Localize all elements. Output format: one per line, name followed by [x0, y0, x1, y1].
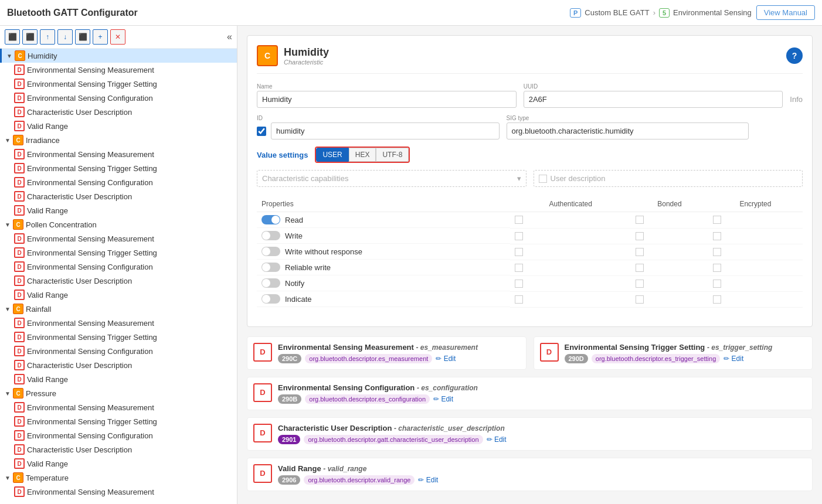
property-row: Indicate — [257, 291, 803, 307]
descriptor-edit-link[interactable]: ✏ Edit — [418, 476, 438, 484]
sidebar-item-es-trigger-2[interactable]: D Environmental Sensing Trigger Setting — [0, 161, 237, 175]
toolbar-duplicate-button[interactable]: ⬛ — [75, 29, 90, 45]
descriptor-edit-link[interactable]: ✏ Edit — [436, 355, 456, 363]
toolbar-paste-button[interactable]: ⬛ — [22, 29, 38, 45]
toolbar-delete-button[interactable]: ✕ — [110, 29, 125, 45]
property-toggle-write-without-response[interactable] — [261, 247, 280, 256]
sidebar-item-char-user-desc-5[interactable]: D Characteristic User Description — [0, 442, 237, 457]
sidebar-item-es-measurement-1[interactable]: D Environmental Sensing Measurement — [0, 63, 237, 77]
descriptor-icon: D — [14, 374, 25, 384]
utf8-format-button[interactable]: UTF-8 — [376, 148, 409, 162]
toolbar-up-button[interactable]: ↑ — [40, 29, 55, 45]
tree-toggle-pressure[interactable]: ▼ — [5, 390, 13, 397]
property-checkbox[interactable] — [515, 216, 523, 224]
sidebar-item-es-trigger-4[interactable]: D Environmental Sensing Trigger Setting — [0, 330, 237, 344]
collapse-sidebar-button[interactable]: « — [227, 32, 232, 42]
sidebar-item-valid-range-2[interactable]: D Valid Range — [0, 203, 237, 217]
tree-toggle-irradiance[interactable]: ▼ — [5, 137, 13, 144]
sidebar-item-pressure[interactable]: ▼ C Pressure — [0, 386, 237, 400]
toolbar-down-button[interactable]: ↓ — [57, 29, 73, 45]
value-format-button-group: USER HEX UTF-8 — [316, 148, 409, 162]
property-checkbox[interactable] — [713, 216, 721, 224]
capabilities-select[interactable]: Characteristic capabilities ▾ — [257, 170, 527, 187]
sidebar-item-es-trigger-1[interactable]: D Environmental Sensing Trigger Setting — [0, 77, 237, 91]
descriptor-edit-link[interactable]: ✏ Edit — [487, 435, 507, 444]
sidebar-label-char-user-desc-5: Characteristic User Description — [27, 445, 132, 454]
sidebar-item-es-config-2[interactable]: D Environmental Sensing Configuration — [0, 175, 237, 189]
property-checkbox[interactable] — [636, 248, 644, 256]
sidebar-item-char-user-desc-3[interactable]: D Characteristic User Description — [0, 274, 237, 288]
property-toggle-write[interactable] — [261, 231, 280, 240]
property-checkbox[interactable] — [636, 232, 644, 240]
property-checkbox[interactable] — [515, 264, 523, 272]
sidebar-item-humidity[interactable]: ▼ C Humidity — [0, 49, 237, 63]
tree-toggle-rainfall[interactable]: ▼ — [5, 306, 13, 312]
sidebar-item-es-config-1[interactable]: D Environmental Sensing Configuration — [0, 91, 237, 105]
toolbar-copy-button[interactable]: ⬛ — [5, 29, 20, 45]
sidebar-item-valid-range-3[interactable]: D Valid Range — [0, 288, 237, 302]
descriptor-tags: 2906org.bluetooth.descriptor.valid_range… — [278, 475, 806, 485]
property-checkbox[interactable] — [515, 248, 523, 256]
help-button[interactable]: ? — [786, 47, 803, 64]
sidebar-item-valid-range-1[interactable]: D Valid Range — [0, 119, 237, 133]
sidebar-item-es-trigger-5[interactable]: D Environmental Sensing Trigger Setting — [0, 414, 237, 428]
id-input[interactable] — [271, 122, 500, 139]
property-checkbox[interactable] — [636, 295, 644, 304]
property-toggle-indicate[interactable] — [261, 294, 280, 304]
property-checkbox[interactable] — [515, 295, 523, 304]
sidebar-item-es-measurement-4[interactable]: D Environmental Sensing Measurement — [0, 316, 237, 330]
sidebar-item-es-measurement-6[interactable]: D Environmental Sensing Measurement — [0, 485, 237, 499]
property-checkbox[interactable] — [713, 295, 721, 304]
property-checkbox[interactable] — [713, 280, 721, 288]
descriptor-edit-link[interactable]: ✏ Edit — [724, 355, 743, 363]
user-desc-checkbox[interactable] — [539, 175, 547, 183]
property-toggle-notify[interactable] — [261, 278, 280, 288]
property-checkbox[interactable] — [636, 264, 644, 272]
sidebar-item-es-measurement-2[interactable]: D Environmental Sensing Measurement — [0, 147, 237, 161]
sidebar-item-irradiance[interactable]: ▼ C Irradiance — [0, 133, 237, 147]
tree-toggle-humidity[interactable]: ▼ — [6, 53, 15, 59]
sidebar-item-es-config-3[interactable]: D Environmental Sensing Configuration — [0, 260, 237, 274]
property-checkbox[interactable] — [713, 232, 721, 240]
property-checkbox[interactable] — [515, 232, 523, 240]
descriptor-card: DCharacteristic User Description - chara… — [247, 417, 813, 451]
property-checkbox[interactable] — [713, 264, 721, 272]
sidebar-item-temperature[interactable]: ▼ C Temperature — [0, 471, 237, 485]
sidebar-item-valid-range-4[interactable]: D Valid Range — [0, 372, 237, 386]
sidebar-item-char-user-desc-4[interactable]: D Characteristic User Description — [0, 358, 237, 372]
descriptor-tag: 290D — [565, 354, 588, 363]
uuid-input[interactable] — [524, 91, 783, 108]
descriptor-card: DValid Range - valid_range2906org.blueto… — [247, 458, 813, 491]
user-format-button[interactable]: USER — [316, 148, 348, 162]
sidebar-item-es-config-5[interactable]: D Environmental Sensing Configuration — [0, 428, 237, 442]
sidebar-item-valid-range-5[interactable]: D Valid Range — [0, 457, 237, 471]
hex-format-button[interactable]: HEX — [349, 148, 376, 162]
id-sigtype-row: ID SIG type — [257, 115, 803, 139]
sidebar-item-es-measurement-5[interactable]: D Environmental Sensing Measurement — [0, 400, 237, 414]
tree-toggle-pollen[interactable]: ▼ — [5, 222, 13, 228]
sidebar-item-es-measurement-3[interactable]: D Environmental Sensing Measurement — [0, 231, 237, 246]
tree-toggle-temperature[interactable]: ▼ — [5, 475, 13, 481]
property-toggle-read[interactable] — [261, 215, 280, 224]
characteristic-card: C Humidity Characteristic ? Name UUID — [247, 35, 813, 327]
descriptor-url: org.bluetooth.descriptor.valid_range — [304, 475, 415, 485]
sidebar-item-pollen[interactable]: ▼ C Pollen Concentration — [0, 217, 237, 231]
property-name: Write — [285, 231, 303, 240]
descriptor-edit-link[interactable]: ✏ Edit — [433, 395, 453, 403]
property-checkbox[interactable] — [713, 248, 721, 256]
property-checkbox[interactable] — [636, 280, 644, 288]
property-checkbox[interactable] — [515, 280, 523, 288]
sidebar-item-char-user-desc-2[interactable]: D Characteristic User Description — [0, 189, 237, 203]
property-toggle-reliable-write[interactable] — [261, 263, 280, 272]
descriptor-url: org.bluetooth.descriptor.es_trigger_sett… — [592, 354, 720, 363]
id-checkbox[interactable] — [257, 127, 266, 136]
property-checkbox[interactable] — [636, 216, 644, 224]
view-manual-button[interactable]: View Manual — [756, 5, 815, 20]
toolbar-add-button[interactable]: + — [93, 29, 108, 45]
sidebar-item-es-config-4[interactable]: D Environmental Sensing Configuration — [0, 344, 237, 358]
sidebar-item-rainfall[interactable]: ▼ C Rainfall — [0, 302, 237, 316]
sidebar-item-es-trigger-3[interactable]: D Environmental Sensing Trigger Setting — [0, 246, 237, 260]
value-settings-label: Value settings — [257, 151, 308, 159]
sidebar-item-char-user-desc-1[interactable]: D Characteristic User Description — [0, 105, 237, 119]
name-input[interactable] — [257, 91, 517, 108]
